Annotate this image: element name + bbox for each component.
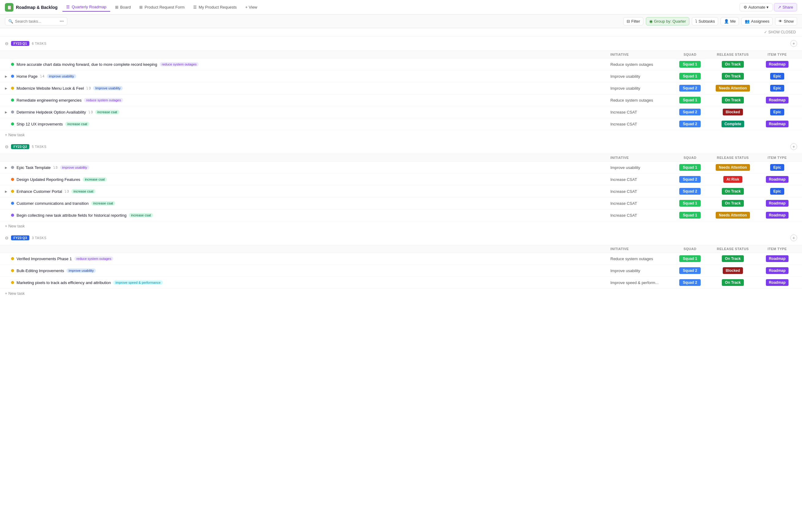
tab-product-request-form[interactable]: ⊞ Product Request Form bbox=[136, 3, 188, 11]
squad-cell: Squad 1 bbox=[672, 200, 708, 207]
show-closed-bar: ✓ SHOW CLOSED bbox=[0, 28, 802, 36]
task-tag[interactable]: increase csat bbox=[83, 177, 107, 182]
show-closed-button[interactable]: ✓ SHOW CLOSED bbox=[764, 30, 796, 34]
quarter-collapse-q2[interactable]: ⊖ bbox=[5, 144, 8, 149]
task-tag[interactable]: improve speed & performance bbox=[113, 280, 163, 285]
task-name: Verified Improvements Phase 1 bbox=[17, 256, 72, 261]
item-type-cell: Roadmap bbox=[757, 267, 797, 274]
squad-badge: Squad 2 bbox=[679, 120, 701, 127]
expand-icon[interactable]: ▶ bbox=[5, 166, 8, 169]
item-type-cell: Roadmap bbox=[757, 120, 797, 127]
new-task-button-q3[interactable]: + New task bbox=[0, 289, 802, 298]
new-task-button-q1[interactable]: + New task bbox=[0, 130, 802, 139]
release-status-badge: On Track bbox=[722, 188, 744, 195]
share-button[interactable]: ↗ Share bbox=[774, 3, 797, 11]
squad-badge: Squad 1 bbox=[679, 255, 701, 262]
task-tag[interactable]: reduce system outages bbox=[84, 98, 123, 102]
task-left: ▶ Home Page ⤵ 4 improve usability bbox=[5, 74, 610, 79]
col-task-name bbox=[5, 156, 610, 159]
table-row[interactable]: Begin collecting new task attribute fiel… bbox=[0, 209, 802, 221]
task-tag[interactable]: increase csat bbox=[95, 110, 119, 114]
task-name: Determine Helpdesk Option Availiability bbox=[17, 110, 86, 114]
table-row[interactable]: Ship 12 UX improvements increase csat In… bbox=[0, 118, 802, 130]
search-input[interactable] bbox=[15, 19, 58, 23]
task-name: Begin collecting new task attribute fiel… bbox=[17, 213, 127, 217]
search-bar[interactable]: 🔍 ••• bbox=[5, 17, 68, 25]
automate-button[interactable]: ⚙ Automate ▾ bbox=[740, 3, 773, 11]
squad-cell: Squad 2 bbox=[672, 109, 708, 115]
task-tag[interactable]: increase csat bbox=[91, 201, 115, 205]
me-button[interactable]: 👤 Me bbox=[721, 17, 739, 25]
task-status-dot bbox=[11, 166, 14, 169]
table-row[interactable]: ▶ Modernize Website Menu Look & Feel ⤵ 3… bbox=[0, 82, 802, 94]
table-row[interactable]: Verified Improvements Phase 1 reduce sys… bbox=[0, 253, 802, 265]
task-tag[interactable]: Improve usability bbox=[93, 86, 123, 90]
table-row[interactable]: ▶ Home Page ⤵ 4 improve usability Improv… bbox=[0, 71, 802, 82]
task-left: Customer communications and transition i… bbox=[5, 201, 610, 206]
release-status-badge: On Track bbox=[722, 97, 744, 103]
task-name: Customer communications and transition bbox=[17, 201, 89, 206]
expand-icon[interactable]: ▶ bbox=[5, 111, 8, 114]
task-left: Begin collecting new task attribute fiel… bbox=[5, 213, 610, 217]
table-row[interactable]: ▶ Enhance Customer Portal ⤵ 3 increase c… bbox=[0, 186, 802, 197]
filter-button[interactable]: ⊟ Filter bbox=[623, 17, 644, 25]
search-icon: 🔍 bbox=[8, 19, 13, 23]
squad-badge: Squad 2 bbox=[679, 267, 701, 274]
add-view-button[interactable]: + View bbox=[242, 3, 261, 11]
task-name: Ship 12 UX improvements bbox=[17, 122, 63, 127]
release-status-cell: Blocked bbox=[708, 109, 757, 115]
add-task-button-q3[interactable]: + bbox=[790, 234, 797, 241]
release-status-cell: On Track bbox=[708, 200, 757, 207]
task-tag[interactable]: increase csat bbox=[129, 213, 153, 217]
task-tag[interactable]: improve usability bbox=[60, 165, 89, 170]
task-tag[interactable]: increase csat bbox=[71, 189, 96, 193]
new-task-button-q2[interactable]: + New task bbox=[0, 221, 802, 231]
quarter-header-q3: ⊖ FY23 Q3 3 TASKS + bbox=[0, 231, 802, 245]
tab-quarterly-roadmap[interactable]: ☰ Quarterly Roadmap bbox=[62, 3, 110, 12]
quarter-section-q2: ⊖ FY23 Q2 5 TASKS + INITIATIVE SQUAD REL… bbox=[0, 139, 802, 231]
task-name: Enhance Customer Portal bbox=[17, 189, 62, 194]
table-row[interactable]: Customer communications and transition i… bbox=[0, 197, 802, 209]
show-button[interactable]: 👁 Show bbox=[775, 17, 797, 25]
add-task-button-q1[interactable]: + bbox=[790, 40, 797, 47]
more-options-icon[interactable]: ••• bbox=[60, 19, 64, 23]
app-title: Roadmap & Backlog bbox=[16, 5, 58, 10]
expand-icon[interactable]: ▶ bbox=[5, 87, 8, 90]
expand-icon[interactable]: ▶ bbox=[5, 75, 8, 78]
task-left: Design Updated Reporting Features increa… bbox=[5, 177, 610, 182]
table-row[interactable]: Remediate engineering emergencies reduce… bbox=[0, 94, 802, 106]
table-row[interactable]: More accurate chart data moving forward,… bbox=[0, 58, 802, 71]
tab-board[interactable]: ⊞ Board bbox=[111, 3, 135, 11]
table-row[interactable]: Design Updated Reporting Features increa… bbox=[0, 174, 802, 186]
assignees-button[interactable]: 👥 Assignees bbox=[741, 17, 772, 25]
squad-badge: Squad 1 bbox=[679, 97, 701, 103]
add-task-button-q2[interactable]: + bbox=[790, 143, 797, 150]
task-tag[interactable]: increase csat bbox=[65, 122, 89, 126]
quarter-collapse-q1[interactable]: ⊖ bbox=[5, 41, 8, 46]
task-tag[interactable]: reduce system outages bbox=[74, 256, 114, 261]
squad-badge: Squad 2 bbox=[679, 279, 701, 286]
table-row[interactable]: Bulk-Editing Improvements improve usabil… bbox=[0, 265, 802, 277]
subtask-icon: ⤵ bbox=[64, 189, 66, 193]
col-squad: SQUAD bbox=[672, 156, 708, 159]
initiative-cell: Improve usability bbox=[610, 74, 672, 79]
assignees-icon: 👥 bbox=[745, 19, 750, 23]
task-tag[interactable]: improve usability bbox=[47, 74, 76, 78]
task-left: ▶ Modernize Website Menu Look & Feel ⤵ 3… bbox=[5, 86, 610, 91]
show-icon: 👁 bbox=[779, 19, 782, 23]
subtasks-button[interactable]: ⤵ Subtasks bbox=[692, 17, 718, 25]
task-left: Ship 12 UX improvements increase csat bbox=[5, 122, 610, 127]
item-type-badge: Roadmap bbox=[766, 267, 789, 274]
group-by-button[interactable]: ◉ Group by: Quarter bbox=[646, 17, 689, 25]
table-row[interactable]: Marketing pixels to track ads efficiency… bbox=[0, 277, 802, 289]
col-item-type: ITEM TYPE bbox=[757, 53, 797, 56]
table-row[interactable]: ▶ Epic Task Template ⤵ 3 improve usabili… bbox=[0, 162, 802, 174]
quarter-task-count-q3: 3 TASKS bbox=[32, 236, 46, 240]
expand-icon[interactable]: ▶ bbox=[5, 190, 8, 193]
tab-my-product-requests[interactable]: ☰ My Product Requests bbox=[190, 3, 240, 11]
item-type-badge: Epic bbox=[770, 188, 784, 195]
quarter-collapse-q3[interactable]: ⊖ bbox=[5, 235, 8, 240]
table-row[interactable]: ▶ Determine Helpdesk Option Availiabilit… bbox=[0, 106, 802, 118]
task-tag[interactable]: reduce system outages bbox=[160, 62, 199, 66]
task-tag[interactable]: improve usability bbox=[66, 268, 96, 273]
